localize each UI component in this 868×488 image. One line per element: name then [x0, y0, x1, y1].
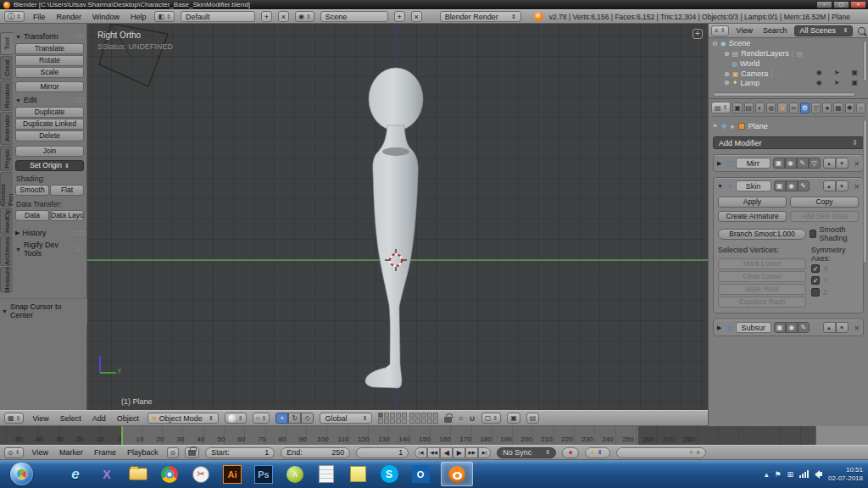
expand-tree-icon[interactable]: ⊕ [724, 70, 730, 78]
history-panel-header[interactable]: ▶ History [15, 229, 84, 237]
delete-keyframe-icon[interactable]: × [696, 448, 700, 457]
smooth-shading-checkbox[interactable] [810, 230, 816, 238]
proportional-edit-icon[interactable]: ○ [458, 413, 463, 423]
create-armature-button[interactable]: Create Armature [718, 211, 787, 222]
previous-keyframe-button[interactable]: ◀◀ [427, 447, 440, 458]
opengl-render-anim-button[interactable]: ▤ [526, 413, 540, 424]
taskbar-file-explorer[interactable] [127, 463, 149, 485]
view3d-menu-view[interactable]: View [30, 414, 51, 423]
skin-move-up-button[interactable]: ▲ [823, 180, 836, 191]
snap-element-select[interactable]: ▢ ⇕ [481, 413, 501, 424]
manipulator-scale-toggle[interactable]: ◇ [301, 413, 314, 424]
taskbar-android-studio[interactable]: A [284, 463, 306, 485]
layer-toggle[interactable] [396, 413, 401, 418]
render-toggle-icon[interactable]: ▣ [851, 79, 858, 86]
shelf-tab-measureit[interactable]: Measure [0, 267, 13, 292]
taskbar-clock[interactable]: 10:51 02-07-2018 [828, 466, 866, 483]
close-button[interactable]: × [850, 1, 866, 8]
mark-root-button[interactable]: Mark Root [718, 284, 806, 295]
subsurf-modifier-name-field[interactable]: Subsur [736, 322, 771, 333]
show-hidden-icons-button[interactable]: ▴ [765, 470, 769, 479]
subsurf-edit-toggle[interactable]: ✎ [798, 322, 810, 333]
shelf-tab-relations[interactable]: Relation [0, 80, 13, 111]
selectable-toggle-icon[interactable]: ➤ [834, 79, 840, 86]
taskbar-blender-active[interactable] [441, 462, 473, 486]
subsurf-move-up-button[interactable]: ▲ [823, 322, 836, 333]
shelf-tab-hardops[interactable]: HardOp [0, 208, 13, 235]
shade-flat-button[interactable]: Flat [50, 185, 84, 196]
auto-keyframe-record-button[interactable]: ● [562, 447, 579, 458]
maximize-button[interactable]: ▢ [833, 1, 849, 8]
layer-toggle[interactable] [433, 419, 438, 424]
editor-type-selector-outliner[interactable]: ≡ ⇕ [711, 25, 729, 36]
add-modifier-dropdown[interactable]: Add Modifier ⇕ [713, 136, 864, 149]
search-icon[interactable] [858, 27, 865, 35]
shelf-tab-tool[interactable]: Tool [0, 32, 14, 55]
breadcrumb-object-name[interactable]: Plane [748, 122, 768, 130]
taskbar-snipping-tool[interactable]: ✂ [190, 463, 212, 485]
screen-layout-field[interactable]: Default [181, 11, 255, 22]
delete-layout-button[interactable]: × [278, 11, 289, 22]
layer-toggle[interactable] [427, 419, 432, 424]
outliner-item-label[interactable]: Lamp [740, 79, 760, 86]
start-button[interactable] [10, 463, 33, 485]
screen-layout-icon-button[interactable]: ◧ ⇕ [154, 11, 174, 22]
delete-button[interactable]: Delete [15, 130, 84, 141]
clear-loose-button[interactable]: Clear Loose [718, 271, 806, 282]
view3d-menu-object[interactable]: Object [114, 414, 142, 423]
play-button[interactable]: ▶ [453, 447, 465, 458]
add-skin-data-button[interactable]: Add Skin Data [790, 211, 859, 222]
layer-toggle[interactable] [378, 413, 383, 418]
taskbar-visual-studio[interactable]: X [96, 463, 118, 485]
outliner-menu-search[interactable]: Search [760, 26, 790, 35]
panel-drag-dots[interactable] [75, 97, 84, 103]
tab-world-icon[interactable]: ◍ [766, 103, 776, 114]
mirror-modifier-name-field[interactable]: Mirr [736, 158, 770, 169]
skin-view-toggle[interactable]: ◉ [786, 180, 798, 191]
equalize-radii-button[interactable]: Equalize Radii [718, 297, 806, 308]
keying-mode-select[interactable]: ♦ ⇕ [585, 447, 610, 458]
outliner-vertical-scrollbar[interactable] [863, 41, 867, 81]
set-origin-dropdown[interactable]: Set Origin ⇕ [15, 160, 84, 171]
hide-toggle-eye-icon[interactable]: ◉ [816, 69, 822, 76]
taskbar-chrome[interactable] [159, 463, 181, 485]
view3d-menu-add[interactable]: Add [90, 414, 108, 423]
viewport-shading-select[interactable]: ⇕ [225, 413, 247, 424]
properties-scrollbar[interactable] [863, 119, 867, 263]
expand-icon[interactable]: ▶ [717, 160, 724, 167]
shelf-tab-archimesh[interactable]: Archimes [0, 236, 13, 266]
outliner-menu-view[interactable]: View [734, 26, 755, 35]
subsurf-view-toggle[interactable]: ◉ [786, 322, 798, 333]
shelf-tab-physics[interactable]: Physic [0, 146, 13, 171]
mirror-move-down-button[interactable]: ▼ [836, 158, 849, 169]
editor-type-selector-info[interactable]: ⓘ ⇕ [4, 11, 25, 22]
layer-toggle[interactable] [415, 419, 420, 424]
current-frame-indicator[interactable] [121, 426, 123, 445]
keying-set-field[interactable]: + × [616, 447, 706, 458]
character-mesh[interactable] [365, 68, 423, 388]
editor-type-selector-timeline[interactable]: ⊙ ⇕ [4, 447, 24, 458]
menu-window[interactable]: Window [90, 13, 122, 21]
menu-help[interactable]: Help [128, 13, 149, 21]
shelf-tab-create[interactable]: Creat [0, 56, 13, 80]
action-center-flag-icon[interactable]: ⚑ [774, 470, 781, 479]
mode-select[interactable]: ■ Object Mode ⇕ [147, 413, 219, 424]
expand-tree-icon[interactable]: ⊕ [724, 50, 730, 58]
tab-render-icon[interactable]: ▣ [732, 103, 742, 114]
editor-type-selector-properties[interactable]: ▤ ⇕ [711, 102, 731, 114]
outliner-item-label[interactable]: RenderLayers [741, 49, 789, 58]
subsurf-render-toggle[interactable]: ▣ [774, 322, 786, 333]
skin-modifier-name-field[interactable]: Skin [736, 180, 771, 191]
layer-toggle[interactable] [409, 413, 415, 418]
timeline-menu-marker[interactable]: Marker [57, 448, 86, 457]
taskbar-notepad[interactable] [315, 463, 337, 485]
join-button[interactable]: Join [15, 146, 84, 157]
timeline-menu-frame[interactable]: Frame [92, 448, 119, 457]
tab-physics-icon[interactable]: ○ [856, 103, 865, 114]
sync-mode-select[interactable]: No Sync ⇕ [497, 447, 556, 458]
mirror-delete-button[interactable]: × [854, 158, 860, 169]
layer-toggle[interactable] [378, 419, 383, 424]
layer-toggle[interactable] [427, 413, 432, 418]
subsurf-delete-button[interactable]: × [854, 323, 860, 333]
next-keyframe-button[interactable]: ▶▶ [465, 447, 478, 458]
